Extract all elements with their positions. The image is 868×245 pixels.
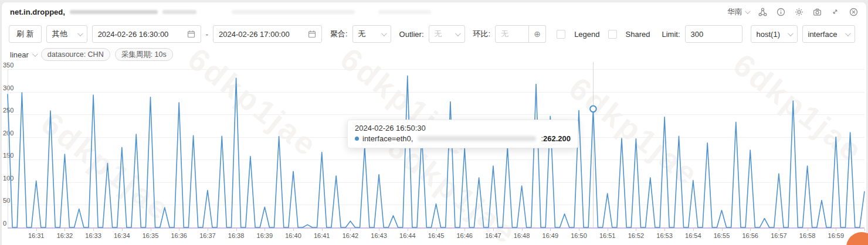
chevron-down-icon xyxy=(787,30,793,36)
panel-actions: 华南 xyxy=(727,7,858,17)
close-circle-icon[interactable] xyxy=(849,7,858,16)
share-nodes-icon[interactable] xyxy=(758,7,767,16)
camera-snapshot-icon[interactable] xyxy=(812,7,822,16)
line-series xyxy=(0,60,868,245)
compare-label: 环比: xyxy=(473,29,491,39)
expand-icon[interactable] xyxy=(830,7,840,16)
range-separator: - xyxy=(206,30,208,39)
calendar-icon xyxy=(308,30,316,38)
chevron-down-icon xyxy=(845,30,850,36)
timeseries-chart[interactable]: 6dkp1jae 6dkp1jae 6dkp1jae 6dkp1jae 6dkp… xyxy=(0,60,868,245)
redacted-title-text xyxy=(162,10,196,14)
legend-checkbox-label: Legend xyxy=(574,30,599,39)
redacted-title-text xyxy=(378,10,431,14)
scale-dropdown-value: linear xyxy=(10,50,29,59)
limit-label: Limit: xyxy=(662,30,680,39)
time-to-value: 2024-02-26 17:00:00 xyxy=(219,30,290,39)
chevron-down-icon xyxy=(32,51,38,57)
chart-tooltip: 2024-02-26 16:50:30 interface=eth0, : 26… xyxy=(347,120,578,148)
datasource-tag: datasource: CHN xyxy=(41,48,110,61)
host-dropdown-value: host(1) xyxy=(757,30,780,39)
shared-checkbox-label: Shared xyxy=(626,30,650,39)
collect-period-tag: 采集周期: 10s xyxy=(115,48,173,61)
chart-toolbar: 刷 新 其他 2024-02-26 16:30:00 - 2024-02-26 … xyxy=(2,25,866,43)
compare-input-value: 无 xyxy=(501,29,508,39)
outlier-select-value: 无 xyxy=(435,29,442,39)
tooltip-time: 2024-02-26 16:50:30 xyxy=(355,124,571,132)
limit-input-value: 300 xyxy=(691,30,704,39)
chevron-down-icon xyxy=(745,8,751,14)
series-color-dot xyxy=(355,137,359,141)
chevron-down-icon xyxy=(381,30,387,36)
compare-input[interactable]: 无 xyxy=(495,25,529,43)
time-to-input[interactable]: 2024-02-26 17:00:00 xyxy=(213,25,322,43)
aggregation-select[interactable]: 无 xyxy=(352,25,391,43)
redacted-title-text xyxy=(232,10,355,14)
other-dropdown[interactable]: 其他 xyxy=(46,25,87,43)
refresh-button[interactable]: 刷 新 xyxy=(9,25,42,43)
time-from-input[interactable]: 2024-02-26 16:30:00 xyxy=(92,25,201,43)
tooltip-value: 262.200 xyxy=(543,134,571,143)
groupby-dropdown-value: interface xyxy=(808,30,838,39)
other-dropdown-value: 其他 xyxy=(52,29,67,39)
limit-input[interactable]: 300 xyxy=(685,25,742,43)
aggregation-label: 聚合: xyxy=(330,29,348,39)
outlier-label: Outlier: xyxy=(399,30,424,39)
region-select[interactable]: 华南 xyxy=(727,7,749,17)
calendar-icon xyxy=(187,30,195,38)
scale-dropdown[interactable]: linear xyxy=(10,50,36,59)
hover-point-marker xyxy=(590,106,596,112)
compare-add-button[interactable]: ⊕ xyxy=(529,25,546,43)
tooltip-series-label: interface=eth0, xyxy=(362,134,413,143)
shared-checkbox[interactable] xyxy=(608,30,617,39)
settings-gear-icon[interactable] xyxy=(794,7,803,16)
time-from-value: 2024-02-26 16:30:00 xyxy=(98,30,169,39)
redacted-tooltip-text xyxy=(418,136,536,141)
info-icon[interactable] xyxy=(776,7,785,16)
outlier-select[interactable]: 无 xyxy=(429,25,465,43)
chevron-down-icon xyxy=(455,30,460,36)
host-dropdown[interactable]: host(1) xyxy=(751,25,798,43)
panel-title: net.in.dropped, xyxy=(10,8,65,16)
redacted-title-text xyxy=(70,10,158,14)
aggregation-select-value: 无 xyxy=(358,29,366,39)
groupby-dropdown[interactable]: interface xyxy=(802,25,855,43)
chevron-down-icon xyxy=(77,30,83,36)
panel-titlebar: net.in.dropped, 华南 xyxy=(2,2,866,21)
region-select-value: 华南 xyxy=(727,7,742,17)
legend-checkbox[interactable] xyxy=(557,30,565,39)
